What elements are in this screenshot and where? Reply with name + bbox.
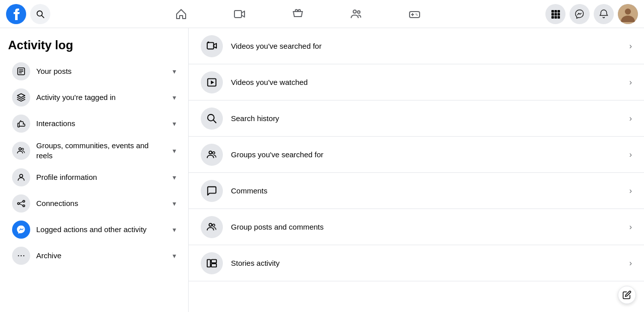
your-posts-chevron: ▾ [173,67,176,75]
page-title: Activity log [0,34,188,58]
nav-home-button[interactable] [153,2,209,26]
archive-label: Archive [36,251,167,261]
nav-video-button[interactable] [211,2,268,26]
sidebar-item-connections[interactable]: Connections ▾ [4,190,184,217]
messenger-icon [575,9,585,19]
search-icon [36,10,44,18]
your-posts-icon [12,62,30,80]
search-history-chevron: › [629,114,632,123]
group-posts-icon [201,216,223,238]
top-nav [0,0,644,28]
nav-center [50,2,545,26]
svg-rect-38 [207,42,214,49]
sidebar-item-your-posts[interactable]: Your posts ▾ [4,58,184,84]
sidebar-item-profile-info[interactable]: Profile information ▾ [4,164,184,190]
groups-searched-icon [201,144,223,166]
svg-point-35 [18,255,19,256]
interactions-icon [12,115,30,133]
svg-rect-11 [551,10,554,13]
groups-label: Groups, communities, events and reels [36,141,167,160]
video-icon [233,8,246,20]
logged-actions-icon [12,221,30,239]
videos-searched-label: Videos you've searched for [231,42,629,50]
nav-marketplace-button[interactable] [270,2,326,26]
svg-line-42 [213,120,216,123]
main-content: Videos you've searched for › Videos you'… [189,28,644,312]
group-posts-chevron: › [629,223,632,232]
gaming-icon [409,8,421,20]
svg-line-2 [42,15,44,17]
list-item-group-posts[interactable]: Group posts and comments › [189,209,644,245]
svg-point-30 [23,200,25,202]
svg-point-21 [625,9,631,15]
search-history-icon [201,108,223,130]
sidebar-item-logged-actions[interactable]: Logged actions and other activity ▾ [4,217,184,243]
main-layout: Activity log Your posts ▾ [0,28,644,312]
sidebar-item-groups[interactable]: Groups, communities, events and reels ▾ [4,137,184,164]
comments-label: Comments [231,186,629,195]
svg-marker-40 [211,80,214,84]
list-item-videos-searched[interactable]: Videos you've searched for › [189,28,644,64]
messenger-button[interactable] [570,4,590,24]
svg-point-28 [20,174,23,177]
activity-tagged-icon [12,88,30,107]
groups-searched-label: Groups you've searched for [231,150,629,159]
sidebar-item-activity-tagged[interactable]: Activity you're tagged in ▾ [4,84,184,111]
activity-list: Videos you've searched for › Videos you'… [189,28,644,281]
list-item-videos-watched[interactable]: Videos you've watched › [189,64,644,100]
videos-watched-label: Videos you've watched [231,78,629,86]
archive-chevron: ▾ [173,252,176,260]
svg-point-43 [209,151,212,154]
svg-line-32 [20,201,23,203]
svg-rect-18 [554,16,557,19]
avatar-button[interactable] [618,4,638,24]
list-item-groups-searched[interactable]: Groups you've searched for › [189,137,644,173]
home-icon [175,8,187,20]
logged-actions-label: Logged actions and other activity [36,225,167,235]
stories-activity-chevron: › [629,259,632,268]
svg-rect-15 [554,13,557,16]
list-item-comments[interactable]: Comments › [189,173,644,209]
groups-sidebar-icon [12,142,30,160]
list-item-search-history[interactable]: Search history › [189,100,644,137]
apps-button[interactable] [545,4,566,24]
svg-rect-17 [551,16,554,19]
your-posts-label: Your posts [36,66,167,76]
float-edit-button[interactable] [618,286,636,304]
stories-activity-label: Stories activity [231,259,629,267]
profile-info-label: Profile information [36,172,167,182]
notifications-icon [599,9,609,19]
connections-icon [12,194,30,213]
videos-searched-icon [201,35,223,57]
activity-tagged-chevron: ▾ [173,93,176,101]
facebook-logo[interactable] [6,4,26,24]
notifications-button[interactable] [594,4,614,24]
marketplace-icon [292,8,304,20]
list-item-stories-activity[interactable]: Stories activity › [189,245,644,281]
logged-actions-chevron: ▾ [173,226,176,234]
svg-rect-13 [557,10,560,13]
nav-gaming-button[interactable] [386,2,443,26]
profile-info-icon [12,168,30,186]
videos-watched-icon [201,71,223,93]
svg-line-33 [20,204,23,205]
svg-point-39 [207,41,209,43]
groups-chevron: ▾ [173,147,176,155]
svg-point-4 [353,10,356,13]
videos-searched-chevron: › [629,42,632,51]
svg-point-9 [416,14,417,15]
interactions-label: Interactions [36,119,167,129]
profile-info-chevron: ▾ [173,173,176,181]
comments-icon [201,180,223,202]
sidebar-item-interactions[interactable]: Interactions ▾ [4,111,184,137]
comments-chevron: › [629,186,632,195]
edit-icon [622,290,631,299]
sidebar-item-archive[interactable]: Archive ▾ [4,243,184,269]
nav-left [6,4,50,24]
svg-point-45 [209,223,212,226]
search-button[interactable] [30,4,50,24]
nav-groups-button[interactable] [328,2,384,26]
svg-rect-48 [211,259,216,262]
svg-point-31 [23,205,25,207]
groups-searched-chevron: › [629,150,632,159]
